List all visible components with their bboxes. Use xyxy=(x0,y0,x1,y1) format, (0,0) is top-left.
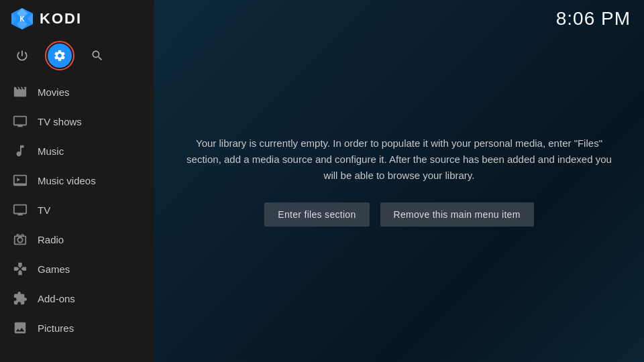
library-message: Your library is currently empty. In orde… xyxy=(184,135,614,184)
music-label: Music xyxy=(38,145,64,157)
radio-icon xyxy=(12,231,28,247)
settings-button[interactable] xyxy=(48,44,72,68)
sidebar-item-music[interactable]: Music xyxy=(0,136,154,166)
sidebar-item-music-videos[interactable]: Music videos xyxy=(0,166,154,195)
search-button[interactable] xyxy=(85,44,109,68)
movies-icon xyxy=(12,84,28,100)
kodi-title: KODI xyxy=(40,10,82,27)
tv-label: TV xyxy=(38,204,50,216)
sidebar: K KODI Movies xyxy=(0,0,154,362)
add-ons-label: Add-ons xyxy=(38,293,75,304)
tv-shows-label: TV shows xyxy=(38,116,82,127)
tv-shows-icon xyxy=(12,113,28,129)
music-icon xyxy=(12,143,28,159)
sidebar-item-add-ons[interactable]: Add-ons xyxy=(0,284,154,313)
time-display: 8:06 PM xyxy=(556,8,631,29)
movies-label: Movies xyxy=(38,86,70,98)
sidebar-menu: Movies TV shows Music Music videos xyxy=(0,74,154,362)
kodi-logo-icon: K xyxy=(10,7,34,31)
games-label: Games xyxy=(38,263,70,275)
pictures-label: Pictures xyxy=(38,322,74,334)
main-content: 8:06 PM Your library is currently empty.… xyxy=(154,0,644,362)
music-videos-icon xyxy=(12,172,28,188)
library-empty-box: Your library is currently empty. In orde… xyxy=(184,135,614,227)
sidebar-header: K KODI xyxy=(0,0,154,37)
sidebar-item-tv[interactable]: TV xyxy=(0,195,154,225)
sidebar-item-pictures[interactable]: Pictures xyxy=(0,313,154,343)
sidebar-icons-row xyxy=(0,37,154,74)
power-button[interactable] xyxy=(10,44,34,68)
music-videos-label: Music videos xyxy=(38,175,96,186)
games-icon xyxy=(12,261,28,277)
sidebar-item-tv-shows[interactable]: TV shows xyxy=(0,107,154,136)
svg-text:K: K xyxy=(19,15,25,23)
radio-label: Radio xyxy=(38,234,64,245)
tv-icon xyxy=(12,202,28,218)
enter-files-button[interactable]: Enter files section xyxy=(264,202,369,227)
main-body: Your library is currently empty. In orde… xyxy=(154,0,644,362)
sidebar-item-radio[interactable]: Radio xyxy=(0,225,154,254)
sidebar-item-games[interactable]: Games xyxy=(0,254,154,284)
library-buttons: Enter files section Remove this main men… xyxy=(184,202,614,227)
search-icon xyxy=(91,49,104,62)
settings-icon xyxy=(53,49,66,62)
sidebar-item-movies[interactable]: Movies xyxy=(0,77,154,107)
pictures-icon xyxy=(12,320,28,336)
addons-icon xyxy=(12,290,28,306)
power-icon xyxy=(15,49,29,62)
remove-menu-item-button[interactable]: Remove this main menu item xyxy=(380,202,534,227)
